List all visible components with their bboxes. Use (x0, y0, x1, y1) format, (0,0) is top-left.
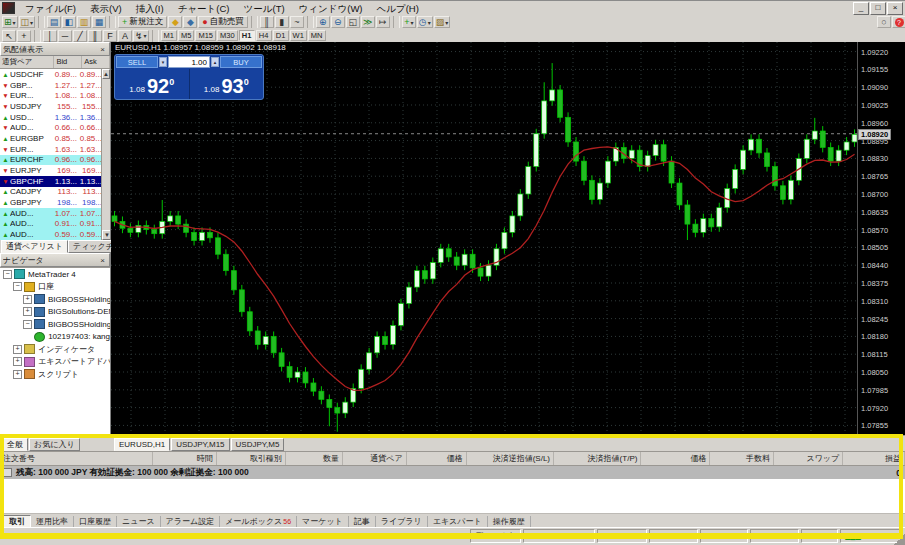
symbol-row-CADJPY[interactable]: ▲CADJPY113...113... (0, 187, 110, 198)
symbol-row-USDJPY[interactable]: ▼USDJPY155...155... (0, 101, 110, 112)
menu-item-4[interactable]: ツール(T) (238, 2, 291, 15)
terminal-col-7[interactable]: 決済指値(T/P) (554, 452, 641, 465)
candlestick-chart[interactable] (111, 42, 859, 435)
terminal-tab-記事[interactable]: 記事 (349, 516, 376, 527)
channel-tool[interactable]: ║ (88, 30, 102, 42)
crosshair-tool[interactable]: + (17, 30, 31, 42)
market-watch-tab-通貨ペアリスト[interactable]: 通貨ペアリスト (1, 240, 68, 253)
balance-expander-icon[interactable] (3, 468, 12, 477)
tree-item-8[interactable]: +スクリプト (0, 368, 110, 381)
menu-item-1[interactable]: 表示(V) (84, 2, 128, 15)
menu-item-0[interactable]: ファイル(F) (19, 2, 82, 15)
terminal-tab-口座履歴[interactable]: 口座履歴 (74, 516, 117, 527)
symbol-row-AUD[interactable]: ▲AUD...0.91...0.91... (0, 219, 110, 230)
expand-icon[interactable]: + (13, 345, 22, 354)
tree-item-3[interactable]: +BIGSolutions-DEMO2 (0, 306, 110, 319)
terminal-col-8[interactable]: 価格 (641, 452, 710, 465)
timeframe-m15-button[interactable]: M15 (195, 30, 216, 41)
collapse-icon[interactable]: − (23, 320, 32, 329)
zoom-out-button[interactable]: ⊖ (331, 16, 345, 28)
candle-chart-button[interactable]: ▮ (275, 16, 289, 28)
symbol-row-EUR[interactable]: ▼EUR...1.63...1.63... (0, 144, 110, 155)
terminal-col-3[interactable]: 数量 (286, 452, 343, 465)
market-watch-close-icon[interactable]: × (98, 45, 107, 54)
arrows-tool[interactable]: ↯▾ (133, 30, 149, 42)
fibonacci-tool[interactable]: F (103, 30, 117, 42)
templates-button[interactable]: ▨▾ (434, 16, 451, 28)
sell-button[interactable]: SELL (116, 56, 158, 68)
market-watch-scrollbar[interactable]: ▲▼ (101, 69, 110, 240)
chart-shift-button[interactable]: ↦ (376, 16, 390, 28)
terminal-tab-取引[interactable]: 取引 (3, 515, 31, 528)
scroll-up-icon[interactable]: ▲ (102, 69, 110, 79)
terminal-tab-メールボックス[interactable]: メールボックス56 (220, 516, 297, 527)
metaeditor-button[interactable]: ◆ (168, 16, 182, 28)
line-chart-button[interactable]: ~ (290, 16, 304, 28)
profiles-button[interactable]: ◫▾ (19, 16, 36, 28)
autotrading-button[interactable]: ●自動売買 (198, 16, 247, 28)
chart-tab-USDJPY-M5[interactable]: USDJPY,M5 (231, 438, 285, 451)
search-icon[interactable]: ○ (877, 16, 891, 28)
market-watch-col-2[interactable]: Ask (82, 56, 110, 68)
terminal-col-10[interactable]: スワップ (774, 452, 843, 465)
experts-list-button[interactable]: ◆ (183, 16, 197, 28)
collapse-icon[interactable]: − (13, 282, 22, 291)
symbol-row-USD[interactable]: ▲USD...1.36...1.36... (0, 112, 110, 123)
data-window-toggle[interactable]: ◧ (62, 16, 76, 28)
volume-input[interactable] (168, 56, 210, 68)
cursor-tool[interactable]: ↖ (2, 30, 16, 42)
timeframe-h4-button[interactable]: H4 (256, 30, 272, 41)
volume-increase-button[interactable]: ▴ (211, 57, 219, 67)
vertical-line-tool[interactable]: │ (43, 30, 57, 42)
terminal-tab-マーケット[interactable]: マーケット (297, 516, 349, 527)
terminal-col-2[interactable]: 取引種別 (217, 452, 286, 465)
tree-item-5[interactable]: 102197403: kang (0, 331, 110, 344)
terminal-col-9[interactable]: 手数料 (710, 452, 774, 465)
symbol-row-USDCHF[interactable]: ▲USDCHF0.89...0.89... (0, 69, 110, 80)
chart-area[interactable]: EURUSD,H1 1.08957 1.08959 1.08902 1.0891… (111, 42, 905, 435)
timeframe-w1-button[interactable]: W1 (290, 30, 307, 41)
auto-scroll-button[interactable]: ≫ (361, 16, 375, 28)
timeframe-m1-button[interactable]: M1 (161, 30, 177, 41)
market-watch-col-0[interactable]: 通貨ペア (0, 56, 54, 68)
bar-chart-button[interactable]: ║ (260, 16, 274, 28)
navigator-tab-お気に入り[interactable]: お気に入り (29, 438, 80, 451)
expand-icon[interactable]: + (13, 357, 22, 366)
trendline-tool[interactable]: ╱ (73, 30, 87, 42)
chart-tab-EURUSD-H1[interactable]: EURUSD,H1 (114, 438, 170, 451)
symbol-row-EURGBP[interactable]: ▲EURGBP0.85...0.85... (0, 133, 110, 144)
market-watch-toggle[interactable]: ▤ (47, 16, 61, 28)
terminal-col-1[interactable]: 時間 (153, 452, 217, 465)
text-tool[interactable]: A (118, 30, 132, 42)
timeframe-h1-button[interactable]: H1 (239, 30, 255, 41)
close-button[interactable]: × (887, 2, 903, 15)
terminal-col-4[interactable]: 通貨ペア (343, 452, 407, 465)
horizontal-line-tool[interactable]: ─ (58, 30, 72, 42)
navigator-toggle[interactable]: ▥ (77, 16, 91, 28)
symbol-row-EUR[interactable]: ▼EUR...1.08...1.08... (0, 90, 110, 101)
new-chart-button[interactable]: ⊞▾ (2, 16, 18, 28)
symbol-row-GBPCHF[interactable]: ▼GBPCHF1.13...1.13... (0, 176, 110, 187)
symbol-row-GBP[interactable]: ▼GBP...1.27...1.27... (0, 80, 110, 91)
symbol-row-AUD[interactable]: ▲AUD...0.59...0.59... (0, 229, 110, 240)
symbol-row-AUD[interactable]: ▼AUD...0.66...0.66... (0, 122, 110, 133)
sell-price[interactable]: 1.08920 (115, 69, 190, 99)
tree-item-1[interactable]: −口座 (0, 281, 110, 294)
scroll-down-icon[interactable]: ▼ (102, 230, 110, 240)
navigator-tab-全般[interactable]: 全般 (2, 438, 28, 451)
terminal-col-11[interactable]: 損益 (843, 452, 905, 465)
tree-item-2[interactable]: +BIGBOSSHoldings-LIVE (0, 293, 110, 306)
buy-price[interactable]: 1.08930 (190, 69, 264, 99)
restore-button[interactable]: □ (870, 2, 886, 15)
timeframe-d1-button[interactable]: D1 (273, 30, 289, 41)
terminal-tab-ライブラリ[interactable]: ライブラリ (376, 516, 428, 527)
menu-item-3[interactable]: チャート(C) (172, 2, 236, 15)
price-axis[interactable]: 1.092201.091551.090901.090251.089601.088… (857, 42, 905, 435)
chart-tab-USDJPY-M15[interactable]: USDJPY,M15 (171, 438, 229, 451)
terminal-tab-操作履歴[interactable]: 操作履歴 (488, 516, 531, 527)
navigator-close-icon[interactable]: × (98, 256, 107, 265)
expand-icon[interactable]: + (13, 370, 22, 379)
tree-item-4[interactable]: −BIGBOSSHoldings-DEM (0, 318, 110, 331)
periods-button[interactable]: ◷▾ (417, 16, 433, 28)
new-order-button[interactable]: +新規注文 (118, 16, 167, 28)
